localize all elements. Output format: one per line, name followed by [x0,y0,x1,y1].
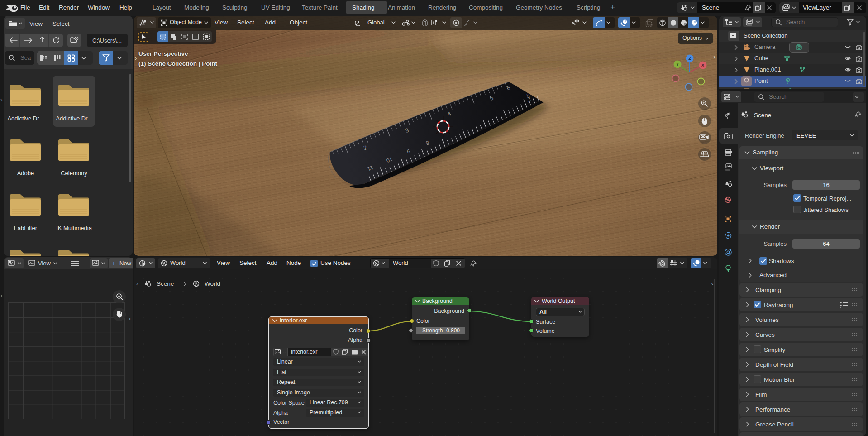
svg-text:Z: Z [688,56,691,61]
svg-text:Y: Y [676,62,679,67]
svg-text:X: X [701,63,704,67]
